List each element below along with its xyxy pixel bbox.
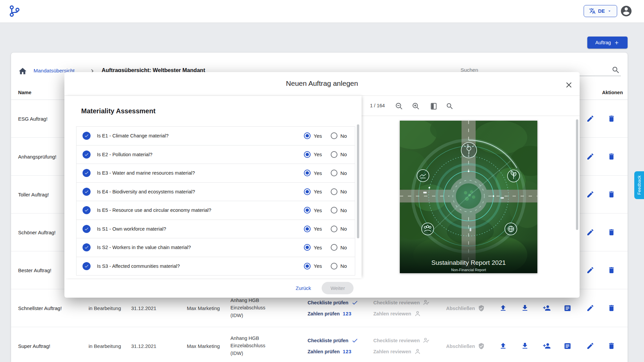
pdf-page-preview: Sustainability Report 2021 Non-Financial…	[400, 121, 537, 273]
radio-yes-label: Yes	[314, 152, 322, 157]
edit-button[interactable]	[585, 302, 596, 314]
delete-button[interactable]	[606, 302, 617, 314]
order-person: Max Marketing	[187, 305, 220, 311]
account-avatar-button[interactable]	[620, 5, 633, 17]
pdf-cover-title: Sustainability Report 2021	[431, 259, 506, 266]
radio-yes[interactable]	[304, 207, 311, 214]
check-circle-icon	[83, 243, 91, 251]
person-icon	[414, 348, 421, 355]
delete-button[interactable]	[606, 227, 617, 238]
check-circle-icon	[83, 169, 91, 177]
radio-no-label: No	[340, 133, 347, 139]
shield-icon	[478, 305, 485, 311]
radio-no-label: No	[340, 226, 347, 232]
edit-button[interactable]	[585, 227, 596, 238]
download-button[interactable]	[519, 340, 531, 352]
radio-no[interactable]	[331, 244, 337, 251]
language-selector[interactable]: DE	[584, 5, 617, 17]
new-order-button[interactable]: Auftrag	[587, 37, 628, 49]
feedback-tab[interactable]: Feedback	[634, 171, 644, 199]
search-icon[interactable]	[611, 65, 621, 75]
account-circle-icon	[620, 5, 633, 17]
check-numbers-action[interactable]: Zahlen prüfen 123	[308, 346, 352, 357]
check-circle-icon	[83, 150, 91, 159]
radio-yes[interactable]	[304, 263, 311, 269]
download-button[interactable]	[519, 302, 531, 314]
question-row: Is S3 - Affected communities material? Y…	[76, 257, 355, 276]
check-circle-icon	[83, 262, 91, 270]
delete-button[interactable]	[606, 151, 617, 162]
delete-button[interactable]	[606, 113, 617, 124]
back-button[interactable]: Zurück	[290, 283, 317, 294]
delete-button[interactable]	[606, 340, 617, 352]
assign-user-button[interactable]	[541, 340, 552, 352]
page-indicator: 1 / 164	[370, 103, 385, 108]
assign-user-button[interactable]	[541, 302, 552, 314]
question-row: Is E4 - Biodiversity and ecosystems mate…	[76, 182, 355, 201]
action-label: Checkliste reviewen	[373, 338, 420, 343]
radio-yes[interactable]	[304, 151, 311, 158]
order-status: in Bearbeitung	[89, 343, 121, 349]
order-name: Schnellster Auftrag!	[18, 305, 62, 311]
shield-icon	[478, 343, 485, 349]
edit-button[interactable]	[585, 340, 596, 352]
numbers-icon: 123	[343, 311, 352, 316]
question-label: Is S2 - Workers in the value chain mater…	[97, 245, 191, 250]
order-name: Toller Auftrag!	[18, 192, 49, 197]
delete-button[interactable]	[606, 189, 617, 200]
details-view-button[interactable]	[562, 340, 573, 352]
delete-button[interactable]	[606, 264, 617, 276]
radio-yes[interactable]	[304, 244, 311, 251]
radio-yes-label: Yes	[314, 263, 322, 269]
radio-yes[interactable]	[304, 226, 311, 232]
plus-icon	[614, 40, 620, 46]
action-label: Zahlen reviewen	[373, 349, 411, 354]
page-fit-icon[interactable]	[429, 102, 439, 111]
radio-yes[interactable]	[304, 170, 311, 176]
section-title: Materiality Assessment	[81, 107, 156, 115]
app-logo[interactable]	[7, 4, 21, 18]
zoom-in-icon[interactable]	[412, 102, 421, 111]
radio-no[interactable]	[331, 226, 337, 232]
action-label: Checkliste prüfen	[308, 338, 348, 343]
edit-button[interactable]	[585, 151, 596, 162]
edit-button[interactable]	[585, 189, 596, 200]
check-checklist-action[interactable]: Checkliste prüfen	[308, 335, 358, 346]
edit-button[interactable]	[585, 264, 596, 276]
check-circle-icon	[83, 132, 91, 140]
action-label: Zahlen reviewen	[373, 311, 411, 316]
radio-no-label: No	[340, 170, 347, 176]
details-view-button[interactable]	[562, 302, 573, 314]
radio-yes-label: Yes	[314, 189, 322, 194]
radio-no[interactable]	[331, 170, 337, 176]
person-check-icon	[423, 299, 430, 306]
action-label: Abschließen	[446, 305, 475, 311]
radio-no[interactable]	[331, 188, 337, 195]
radio-no[interactable]	[331, 263, 337, 269]
question-label: Is E1 - Climate Change material?	[97, 133, 169, 138]
breadcrumb-home-button[interactable]	[18, 66, 28, 76]
check-numbers-action[interactable]: Zahlen prüfen 123	[308, 308, 352, 319]
radio-yes[interactable]	[304, 132, 311, 139]
col-header-actions: Aktionen	[602, 90, 623, 95]
check-checklist-action[interactable]: Checkliste prüfen	[308, 297, 358, 308]
pdf-search-icon[interactable]	[446, 102, 455, 111]
zoom-out-icon[interactable]	[395, 102, 404, 111]
top-bar: DE	[0, 0, 644, 22]
numbers-icon: 123	[343, 349, 352, 354]
edit-button[interactable]	[585, 113, 596, 124]
close-button[interactable]	[565, 79, 575, 89]
materiality-pane: Materiality Assessment Is E1 - Climate C…	[64, 96, 362, 278]
pdf-cover-subtitle: Non-Financial Report	[451, 268, 486, 272]
radio-no[interactable]	[331, 132, 337, 139]
upload-button[interactable]	[497, 340, 509, 352]
pdf-scrollbar-thumb[interactable]	[576, 119, 578, 230]
order-date: 31.12.2021	[131, 343, 156, 349]
question-row: Is E3 - Water and marine resources mater…	[76, 164, 355, 183]
radio-yes[interactable]	[304, 188, 311, 195]
radio-no[interactable]	[331, 207, 337, 214]
review-numbers-action-disabled: Zahlen reviewen	[373, 308, 421, 319]
radio-no[interactable]	[331, 151, 337, 158]
scrollbar-thumb[interactable]	[357, 124, 359, 238]
upload-button[interactable]	[497, 302, 509, 314]
